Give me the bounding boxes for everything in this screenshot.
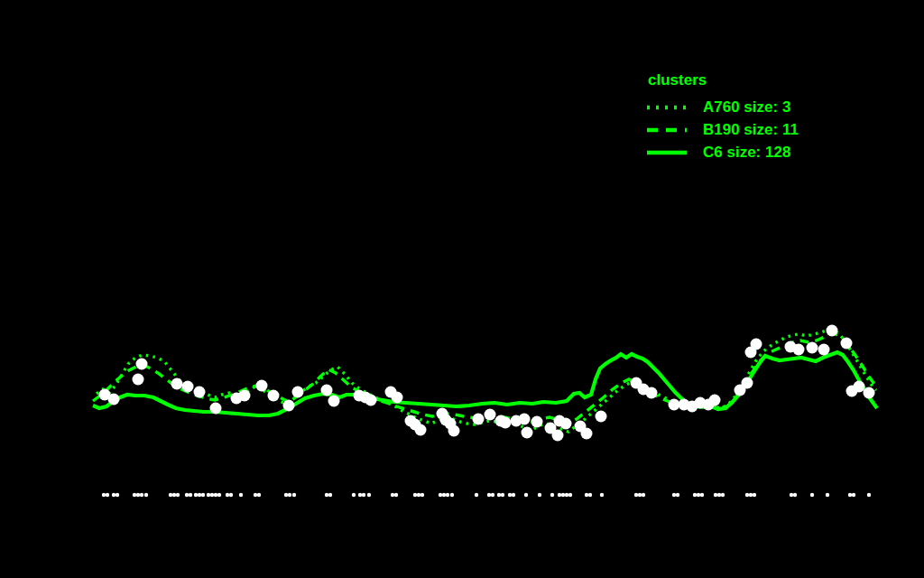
data-point bbox=[522, 427, 533, 439]
rug-dot bbox=[391, 493, 394, 497]
data-point bbox=[415, 424, 427, 436]
rug-dot bbox=[867, 493, 871, 497]
rug-dot bbox=[585, 493, 588, 497]
legend-key-solid-line bbox=[646, 148, 688, 157]
data-point bbox=[283, 400, 295, 412]
rug-dot bbox=[558, 493, 561, 497]
data-point bbox=[531, 416, 543, 428]
rug-dot bbox=[185, 493, 189, 497]
data-point bbox=[818, 344, 830, 356]
scatter-points bbox=[99, 325, 875, 442]
rug-dot bbox=[229, 493, 233, 497]
rug-dot bbox=[362, 493, 365, 497]
rug-dot bbox=[676, 493, 679, 497]
rug-dot bbox=[852, 493, 855, 497]
legend-item-label: A760 size: 3 bbox=[703, 98, 790, 117]
rug-dot bbox=[745, 493, 749, 497]
rug-dot bbox=[112, 493, 116, 497]
data-point bbox=[854, 381, 865, 393]
chart-canvas: clusters A760 size: 3 B190 size: 11 C6 s… bbox=[0, 0, 924, 578]
data-point bbox=[473, 414, 485, 425]
data-point bbox=[136, 359, 148, 370]
rug-dot bbox=[439, 493, 442, 497]
rug-dot bbox=[367, 493, 371, 497]
data-point bbox=[751, 339, 762, 350]
rug-dot bbox=[239, 493, 243, 497]
rug-dot bbox=[288, 493, 291, 497]
rug-dot bbox=[550, 493, 554, 497]
rug-dot bbox=[749, 493, 753, 497]
rug-dot bbox=[793, 493, 797, 497]
rug-dot bbox=[325, 493, 328, 497]
data-point bbox=[864, 387, 875, 399]
rug-dot bbox=[697, 493, 700, 497]
legend-key-dotted-line bbox=[646, 103, 688, 112]
data-point bbox=[239, 390, 251, 402]
legend-title: clusters bbox=[648, 71, 799, 89]
data-point bbox=[268, 390, 280, 402]
rug-dot bbox=[450, 493, 454, 497]
legend-item-label: B190 size: 11 bbox=[703, 121, 799, 139]
rug-dot bbox=[201, 493, 205, 497]
rug-dot bbox=[512, 493, 515, 497]
data-point bbox=[108, 394, 120, 406]
rug-dot bbox=[491, 493, 494, 497]
rug-dot bbox=[194, 493, 198, 497]
data-point bbox=[552, 430, 564, 442]
rug-points bbox=[102, 493, 871, 497]
rug-dot bbox=[442, 493, 446, 497]
rug-dot bbox=[565, 493, 568, 497]
rug-dot bbox=[144, 493, 148, 497]
rug-dot bbox=[214, 493, 217, 497]
rug-dot bbox=[714, 493, 717, 497]
rug-dot bbox=[753, 493, 756, 497]
rug-dot bbox=[538, 493, 541, 497]
rug-dot bbox=[790, 493, 793, 497]
data-point bbox=[793, 344, 805, 356]
rug-dot bbox=[497, 493, 501, 497]
rug-dot bbox=[810, 493, 814, 497]
rug-dot bbox=[501, 493, 504, 497]
rug-dot bbox=[226, 493, 229, 497]
rug-dot bbox=[588, 493, 592, 497]
data-point bbox=[581, 428, 593, 440]
rug-dot bbox=[106, 493, 109, 497]
rug-dot bbox=[352, 493, 356, 497]
rug-dot bbox=[210, 493, 214, 497]
data-point bbox=[182, 381, 194, 393]
rug-dot bbox=[176, 493, 180, 497]
rug-dot bbox=[700, 493, 704, 497]
rug-dot bbox=[189, 493, 192, 497]
rug-dot bbox=[217, 493, 221, 497]
data-point bbox=[292, 387, 304, 398]
legend-item-dotted: A760 size: 3 bbox=[646, 96, 799, 118]
data-point bbox=[500, 417, 512, 429]
data-point bbox=[194, 387, 206, 398]
data-point bbox=[328, 396, 340, 407]
rug-dot bbox=[358, 493, 362, 497]
rug-dot bbox=[568, 493, 572, 497]
rug-dot bbox=[257, 493, 261, 497]
rug-dot bbox=[524, 493, 528, 497]
rug-dot bbox=[254, 493, 257, 497]
rug-dot bbox=[561, 493, 565, 497]
data-point bbox=[646, 387, 658, 399]
rug-dot bbox=[394, 493, 398, 497]
rug-dot bbox=[198, 493, 201, 497]
data-point bbox=[210, 403, 222, 415]
data-point bbox=[448, 425, 460, 437]
data-point bbox=[321, 385, 333, 396]
legend-item-solid: C6 size: 128 bbox=[646, 141, 799, 163]
rug-dot bbox=[292, 493, 296, 497]
rug-dot bbox=[169, 493, 172, 497]
legend-item-dashed: B190 size: 11 bbox=[646, 118, 799, 141]
data-point bbox=[807, 342, 818, 354]
rug-dot bbox=[102, 493, 106, 497]
rug-dot bbox=[413, 493, 417, 497]
data-point bbox=[392, 392, 403, 404]
rug-dot bbox=[140, 493, 143, 497]
rug-dot bbox=[420, 493, 424, 497]
rug-dot bbox=[672, 493, 676, 497]
data-point bbox=[365, 395, 377, 406]
data-point bbox=[133, 374, 144, 386]
